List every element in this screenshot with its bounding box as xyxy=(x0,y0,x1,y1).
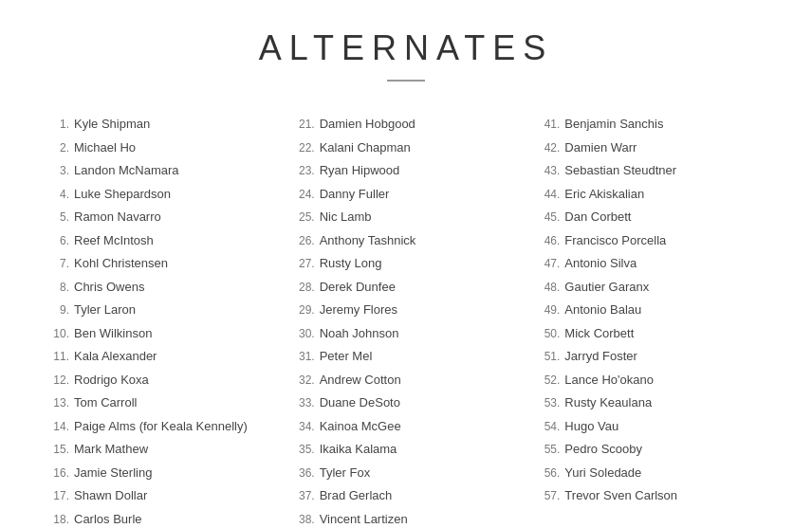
list-item: 1.Kyle Shipman xyxy=(43,115,279,134)
item-number: 5. xyxy=(43,209,69,226)
item-name: Rodrigo Koxa xyxy=(74,371,149,390)
item-number: 22. xyxy=(288,139,315,156)
item-number: 11. xyxy=(43,348,69,365)
item-number: 7. xyxy=(43,255,69,272)
item-number: 38. xyxy=(288,511,315,528)
item-name: Antonio Silva xyxy=(564,254,637,273)
list-item: 45.Dan Corbett xyxy=(533,208,769,227)
list-item: 17.Shawn Dollar xyxy=(43,486,279,505)
list-item: 15.Mark Mathew xyxy=(43,440,279,459)
item-name: Jarryd Foster xyxy=(564,347,637,366)
list-item: 24.Danny Fuller xyxy=(288,185,525,204)
item-name: Tyler Fox xyxy=(320,464,370,482)
item-number: 35. xyxy=(288,441,315,458)
item-name: Tom Carroll xyxy=(74,393,137,412)
item-number: 36. xyxy=(288,464,315,482)
item-number: 21. xyxy=(288,116,315,133)
list-item: 47.Antonio Silva xyxy=(533,254,769,273)
item-number: 53. xyxy=(533,394,560,411)
list-item: 16.Jamie Sterling xyxy=(43,464,279,482)
item-name: Mark Mathew xyxy=(74,440,148,459)
item-number: 2. xyxy=(43,139,69,156)
list-item: 32.Andrew Cotton xyxy=(288,371,525,390)
list-item: 38.Vincent Lartizen xyxy=(288,510,525,529)
item-name: Shawn Dollar xyxy=(74,486,147,505)
item-name: Duane DeSoto xyxy=(320,393,400,412)
item-number: 6. xyxy=(43,232,69,249)
list-item: 57.Trevor Sven Carlson xyxy=(533,486,769,505)
list-item: 21.Damien Hobgood xyxy=(288,115,525,134)
item-name: Kala Alexander xyxy=(74,347,157,366)
item-name: Hugo Vau xyxy=(564,417,618,436)
item-number: 1. xyxy=(43,116,69,133)
item-name: Peter Mel xyxy=(320,347,373,366)
item-number: 13. xyxy=(43,394,69,411)
item-number: 49. xyxy=(533,301,560,319)
item-number: 56. xyxy=(533,464,560,482)
item-name: Rusty Long xyxy=(320,254,382,273)
item-number: 55. xyxy=(533,441,560,458)
item-name: Rusty Keaulana xyxy=(564,393,652,412)
columns-container: 1.Kyle Shipman2.Michael Ho3.Landon McNam… xyxy=(28,115,784,528)
item-name: Kohl Christensen xyxy=(74,254,168,273)
item-name: Benjamin Sanchis xyxy=(564,115,663,134)
item-number: 51. xyxy=(533,348,560,365)
list-item: 25.Nic Lamb xyxy=(288,208,525,227)
list-item: 30.Noah Johnson xyxy=(288,324,525,343)
item-name: Damien Hobgood xyxy=(320,115,415,134)
item-number: 24. xyxy=(288,186,315,203)
list-item: 5.Ramon Navarro xyxy=(43,208,279,227)
item-name: Nic Lamb xyxy=(320,208,372,227)
list-item: 56.Yuri Soledade xyxy=(533,464,769,482)
item-number: 41. xyxy=(533,116,560,133)
list-item: 43.Sebastian Steudtner xyxy=(533,161,769,180)
item-number: 31. xyxy=(288,348,315,365)
item-number: 57. xyxy=(533,487,560,504)
item-name: Jeremy Flores xyxy=(320,300,397,319)
list-item: 27.Rusty Long xyxy=(288,254,525,273)
item-name: Gautier Garanx xyxy=(564,278,649,297)
list-item: 11.Kala Alexander xyxy=(43,347,279,366)
item-number: 27. xyxy=(288,255,315,272)
item-name: Ramon Navarro xyxy=(74,208,161,227)
item-number: 8. xyxy=(43,279,69,296)
list-item: 14.Paige Alms (for Keala Kennelly) xyxy=(43,417,279,436)
item-name: Carlos Burle xyxy=(74,510,142,529)
item-name: Damien Warr xyxy=(564,138,637,157)
list-item: 6.Reef McIntosh xyxy=(43,231,279,250)
item-name: Ryan Hipwood xyxy=(320,161,400,180)
list-item: 18.Carlos Burle xyxy=(43,510,279,529)
item-number: 25. xyxy=(288,209,315,226)
item-name: Eric Akiskalian xyxy=(564,185,644,204)
item-number: 52. xyxy=(533,372,560,389)
item-number: 44. xyxy=(533,186,560,203)
item-number: 9. xyxy=(43,301,69,319)
item-number: 15. xyxy=(43,441,69,458)
list-item: 8.Chris Owens xyxy=(43,278,279,297)
item-number: 32. xyxy=(288,372,315,389)
item-name: Kalani Chapman xyxy=(320,138,411,157)
list-item: 34.Kainoa McGee xyxy=(288,417,525,436)
item-name: Trevor Sven Carlson xyxy=(564,486,677,505)
item-number: 10. xyxy=(43,325,69,342)
list-item: 3.Landon McNamara xyxy=(43,161,279,180)
list-item: 54.Hugo Vau xyxy=(533,417,769,436)
column-2: 21.Damien Hobgood22.Kalani Chapman23.Rya… xyxy=(284,115,529,528)
item-name: Francisco Porcella xyxy=(564,231,666,250)
list-item: 44.Eric Akiskalian xyxy=(533,185,769,204)
list-item: 33.Duane DeSoto xyxy=(288,393,525,412)
item-number: 26. xyxy=(288,232,315,249)
list-item: 50.Mick Corbett xyxy=(533,324,769,343)
item-name: Luke Shepardson xyxy=(74,185,171,204)
item-name: Antonio Balau xyxy=(564,300,641,319)
column-3: 41.Benjamin Sanchis42.Damien Warr43.Seba… xyxy=(528,115,774,528)
item-number: 50. xyxy=(533,325,560,342)
column-1: 1.Kyle Shipman2.Michael Ho3.Landon McNam… xyxy=(38,115,284,528)
list-item: 12.Rodrigo Koxa xyxy=(43,371,279,390)
item-name: Tyler Laron xyxy=(74,300,136,319)
item-name: Andrew Cotton xyxy=(320,371,401,390)
list-item: 29.Jeremy Flores xyxy=(288,300,525,319)
list-item: 26.Anthony Tashnick xyxy=(288,231,525,250)
item-name: Jamie Sterling xyxy=(74,464,152,482)
item-name: Dan Corbett xyxy=(564,208,631,227)
